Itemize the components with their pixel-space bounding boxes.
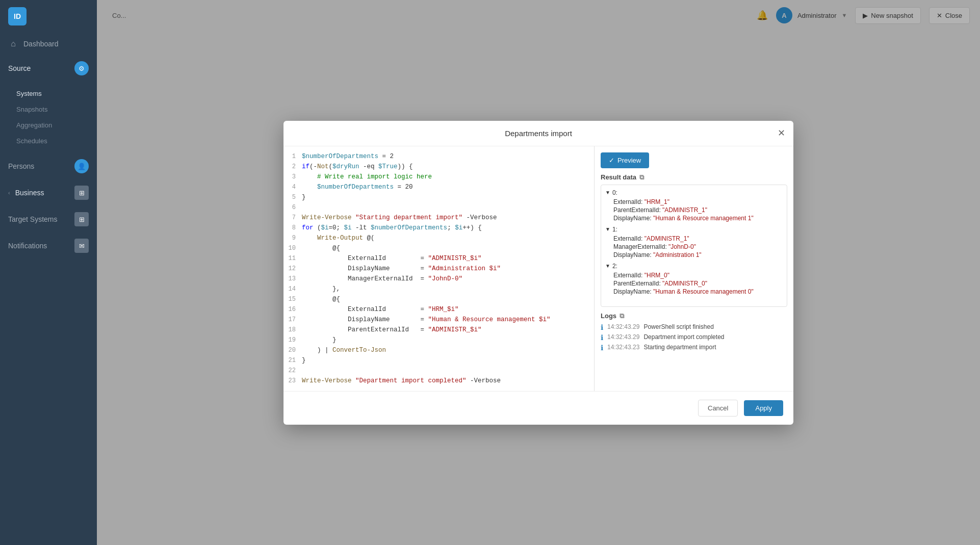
sidebar-item-snapshots[interactable]: Snapshots [0, 101, 97, 117]
code-line-9: 9 Write-Output @( [283, 233, 594, 243]
sidebar-item-schedules[interactable]: Schedules [0, 133, 97, 149]
result-field-2-parentexternalid: ParentExternalId: "ADMINISTR_0" [605, 280, 783, 287]
cancel-button[interactable]: Cancel [698, 400, 738, 417]
modal-close-button[interactable]: ✕ [778, 127, 785, 139]
business-label: Business [15, 189, 44, 197]
logs-header: Logs ⧉ [601, 312, 787, 320]
code-line-12: 12 DisplayName = "Administration $i" [283, 264, 594, 274]
modal-header: Departments import ✕ [283, 121, 793, 146]
sidebar-item-business[interactable]: ‹ Business ⊞ [0, 179, 97, 206]
code-line-3: 3 # Write real import logic here [283, 172, 594, 182]
info-icon-1: ℹ [601, 333, 603, 342]
result-group-1: ▼ 1: ExternalId: "ADMINISTR_1" ManagerEx… [605, 226, 783, 258]
sidebar-section-source: Systems Snapshots Aggregation Schedules [0, 82, 97, 153]
code-line-18: 18 ParentExternalId = "ADMINISTR_$i" [283, 325, 594, 335]
modal-title: Departments import [505, 129, 572, 138]
result-field-1-externalid: ExternalId: "ADMINISTR_1" [605, 235, 783, 242]
code-line-1: 1 $numberOfDepartments = 2 [283, 151, 594, 162]
result-group-1-header[interactable]: ▼ 1: [605, 226, 783, 233]
result-group-0-header[interactable]: ▼ 0: [605, 189, 783, 196]
preview-button[interactable]: ✓ Preview [601, 152, 649, 168]
modal-overlay: Departments import ✕ 1 $numberOfDepartme… [97, 0, 980, 545]
modal-body: 1 $numberOfDepartments = 2 2 if(-Not($dr… [283, 146, 793, 391]
result-group-2: ▼ 2: ExternalId: "HRM_0" ParentExternalI… [605, 263, 783, 295]
result-group-0: ▼ 0: ExternalId: "HRM_1" ParentExternalI… [605, 189, 783, 222]
sidebar-item-target[interactable]: Target Systems ⊞ [0, 206, 97, 232]
sidebar-item-systems[interactable]: Systems [0, 86, 97, 101]
result-field-2-displayname: DisplayName: "Human & Resource managemen… [605, 288, 783, 295]
target-icon: ⊞ [74, 212, 89, 226]
result-copy-icon[interactable]: ⧉ [639, 173, 644, 181]
modal-footer: Cancel Apply [283, 391, 793, 425]
code-line-10: 10 @{ [283, 243, 594, 253]
persons-label: Persons [8, 162, 34, 170]
collapse-icon-1: ▼ [605, 226, 610, 232]
result-field-0-displayname: DisplayName: "Human & Resource managemen… [605, 215, 783, 222]
code-line-19: 19 } [283, 335, 594, 345]
sidebar-item-persons[interactable]: Persons 👤 [0, 153, 97, 179]
notifications-label: Notifications [8, 242, 47, 250]
code-line-22: 22 [283, 366, 594, 376]
result-field-1-managerexternalid: ManagerExternalId: "JohnD-0" [605, 243, 783, 250]
main-area: Co... 🔔 A Administrator ▼ ▶ New snapshot… [97, 0, 980, 545]
home-icon: ⌂ [8, 39, 18, 49]
result-data-header: Result data ⧉ [601, 173, 787, 181]
code-line-14: 14 }, [283, 284, 594, 294]
code-line-16: 16 ExternalId = "HRM_$i" [283, 304, 594, 315]
result-panel: ✓ Preview Result data ⧉ ▼ 0: [595, 146, 793, 391]
logs-copy-icon[interactable]: ⧉ [620, 312, 624, 320]
sidebar-item-aggregation[interactable]: Aggregation [0, 117, 97, 133]
result-data-panel[interactable]: ▼ 0: ExternalId: "HRM_1" ParentExternalI… [601, 185, 787, 307]
info-icon-2: ℹ [601, 344, 603, 352]
result-field-0-externalid: ExternalId: "HRM_1" [605, 198, 783, 205]
code-line-11: 11 ExternalId = "ADMINISTR_$i" [283, 253, 594, 264]
code-line-21: 21 } [283, 355, 594, 366]
logs-section: Logs ⧉ ℹ 14:32:43.29 PowerShell script f… [601, 312, 787, 354]
source-icon: ⚙ [74, 61, 89, 75]
code-line-6: 6 [283, 202, 594, 213]
checkmark-icon: ✓ [609, 157, 614, 164]
apply-button[interactable]: Apply [744, 400, 783, 416]
result-group-2-header[interactable]: ▼ 2: [605, 263, 783, 270]
info-icon-0: ℹ [601, 323, 603, 331]
log-entry-1: ℹ 14:32:43.29 Department import complete… [601, 333, 787, 342]
chevron-left-icon: ‹ [8, 190, 10, 196]
persons-icon: 👤 [74, 159, 89, 173]
notifications-icon: ✉ [74, 239, 89, 253]
collapse-icon-2: ▼ [605, 263, 610, 269]
code-line-13: 13 ManagerExternalId = "JohnD-0" [283, 274, 594, 284]
log-entry-0: ℹ 14:32:43.29 PowerShell script finished [601, 323, 787, 331]
sidebar-item-notifications[interactable]: Notifications ✉ [0, 232, 97, 259]
app-logo[interactable]: ID [8, 7, 27, 25]
source-label: Source [8, 64, 31, 72]
code-line-2: 2 if(-Not($dryRun -eq $True)) { [283, 162, 594, 172]
code-line-8: 8 for ($i=0; $i -lt $numberOfDepartments… [283, 223, 594, 233]
result-field-1-displayname: DisplayName: "Administration 1" [605, 251, 783, 258]
code-editor[interactable]: 1 $numberOfDepartments = 2 2 if(-Not($dr… [283, 146, 595, 391]
modal-departments-import: Departments import ✕ 1 $numberOfDepartme… [283, 121, 793, 425]
business-icon: ⊞ [74, 186, 89, 200]
sidebar: ID ⌂ Dashboard Source ⚙ Systems Snapshot… [0, 0, 97, 545]
code-line-4: 4 $numberOfDepartments = 20 [283, 182, 594, 192]
result-field-2-externalid: ExternalId: "HRM_0" [605, 272, 783, 279]
code-line-20: 20 ) | ConvertTo-Json [283, 345, 594, 355]
code-line-7: 7 Write-Verbose "Starting department imp… [283, 213, 594, 223]
target-label: Target Systems [8, 215, 57, 223]
sidebar-item-dashboard[interactable]: ⌂ Dashboard [0, 33, 97, 55]
sidebar-item-label: Dashboard [23, 40, 59, 48]
code-line-5: 5 } [283, 192, 594, 202]
log-entry-2: ℹ 14:32:43.23 Starting department import [601, 344, 787, 352]
sidebar-nav: ⌂ Dashboard Source ⚙ Systems Snapshots A… [0, 33, 97, 545]
code-line-23: 23 Write-Verbose "Department import comp… [283, 376, 594, 386]
sidebar-item-source[interactable]: Source ⚙ [0, 55, 97, 82]
code-line-15: 15 @{ [283, 294, 594, 304]
code-line-17: 17 DisplayName = "Human & Resource manag… [283, 315, 594, 325]
result-field-0-parentexternalid: ParentExternalId: "ADMINISTR_1" [605, 206, 783, 214]
collapse-icon-0: ▼ [605, 190, 610, 195]
sidebar-logo: ID [0, 0, 97, 33]
